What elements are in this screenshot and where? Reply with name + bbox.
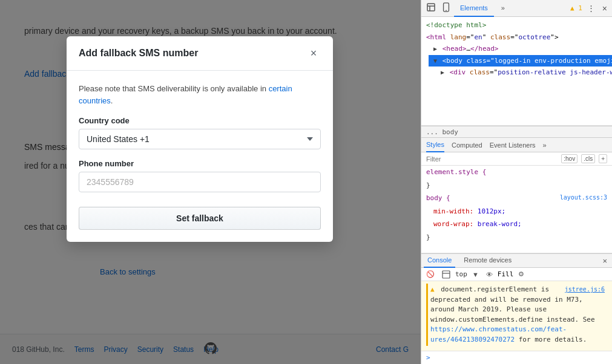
html-line-body-close[interactable] xyxy=(436,79,612,80)
console-gear-button[interactable]: ⚙ xyxy=(516,269,527,279)
modal-note: Please note that SMS deliverability is o… xyxy=(79,83,321,106)
country-code-group: Country code United States +1 United Kin… xyxy=(79,116,321,149)
modal-title: Add fallback SMS number xyxy=(79,48,198,59)
console-input[interactable] xyxy=(433,354,607,362)
element-style-close: } xyxy=(421,179,612,192)
console-content: ▲ jstree.js:6 document.registerElement i… xyxy=(421,281,612,351)
body-word-wrap: word-wrap: break-word; xyxy=(429,218,612,231)
svg-rect-0 xyxy=(427,4,435,11)
element-style-rule: element.style { xyxy=(421,166,612,179)
phone-number-group: Phone number xyxy=(79,159,321,192)
html-line-head[interactable]: ▶ <head>…</head> xyxy=(429,43,612,55)
devtools-close-button[interactable]: × xyxy=(600,2,610,15)
devtools-icon-panel[interactable] xyxy=(439,269,453,280)
tab-elements[interactable]: Elements xyxy=(454,0,494,17)
console-warning-message: ▲ jstree.js:6 document.registerElement i… xyxy=(426,284,607,346)
warning-text-2: for more details. xyxy=(519,336,587,343)
breadcrumb-text: ... body xyxy=(426,128,458,136)
console-fill-label: Fill xyxy=(498,270,514,278)
devtools-menu-button[interactable]: ⋮ xyxy=(585,2,597,14)
warning-file-link[interactable]: jstree.js:6 xyxy=(565,285,605,294)
devtools-inspect-icon[interactable] xyxy=(424,1,438,15)
add-style-button[interactable]: + xyxy=(599,154,607,163)
html-line-div[interactable]: ▶ <div class="position-relative js-heade… xyxy=(436,67,612,79)
console-toolbar: 🚫 top ▼ 👁 Fill ⚙ xyxy=(421,268,612,281)
styles-filter-input[interactable] xyxy=(426,155,558,163)
country-code-select[interactable]: United States +1 United Kingdom +44 Cana… xyxy=(79,129,321,149)
styles-panel: element.style { } body { layout.scss:3 m… xyxy=(421,166,612,253)
devtools-top-tabs: Elements » ▲ 1 ⋮ × xyxy=(421,0,612,17)
svg-rect-5 xyxy=(443,271,450,278)
warning-count: ▲ 1 xyxy=(570,4,582,12)
modal-body: Please note that SMS deliverability is o… xyxy=(67,71,333,242)
devtools-html-tree: <!doctype html> <html lang="en" class="o… xyxy=(421,17,612,126)
tab-remote-devices[interactable]: Remote devices xyxy=(460,253,515,268)
add-fallback-modal: Add fallback SMS number × Please note th… xyxy=(67,36,333,242)
modal-note-text: Please note that SMS deliverability is o… xyxy=(79,84,269,93)
hov-button[interactable]: :hov xyxy=(561,154,577,163)
devtools-tab-icons: ▲ 1 ⋮ × xyxy=(570,2,610,15)
console-eye-button[interactable]: 👁 xyxy=(484,270,495,279)
tab-computed[interactable]: Computed xyxy=(452,138,482,152)
tab-more[interactable]: » xyxy=(495,0,511,17)
styles-tabs-bar: Styles Computed Event Listeners » xyxy=(421,138,612,152)
html-line-doctype[interactable]: <!doctype html> xyxy=(421,19,612,31)
body-style-close: } xyxy=(421,231,612,244)
cls-button[interactable]: .cls xyxy=(581,154,595,163)
tab-console[interactable]: Console xyxy=(424,253,455,268)
tab-event-listeners[interactable]: Event Listeners xyxy=(490,138,536,152)
phone-number-input[interactable] xyxy=(79,172,321,192)
body-style-rule: body { layout.scss:3 xyxy=(421,192,612,205)
console-top-label: top xyxy=(455,270,467,278)
country-code-label: Country code xyxy=(79,116,321,125)
doctype-text: <!doctype html> xyxy=(426,21,486,29)
tab-elements-label: Elements xyxy=(460,4,488,11)
breadcrumb-bar: ... body xyxy=(421,126,612,138)
modal-note-period: . xyxy=(111,96,113,105)
modal-header: Add fallback SMS number × xyxy=(67,36,333,71)
tab-styles[interactable]: Styles xyxy=(426,138,444,152)
svg-point-4 xyxy=(446,10,447,11)
console-dropdown-button[interactable]: ▼ xyxy=(470,270,481,279)
body-min-width: min-width: 1012px; xyxy=(429,205,612,218)
devtools-panel: Elements » ▲ 1 ⋮ × <!doctype html> <html… xyxy=(421,0,612,364)
devtools-mobile-icon[interactable] xyxy=(439,1,453,15)
set-fallback-button[interactable]: Set fallback xyxy=(79,207,321,230)
console-close-button[interactable]: × xyxy=(600,255,610,267)
filter-bar: :hov .cls + xyxy=(421,152,612,166)
console-tabs-bar: Console Remote devices × xyxy=(421,253,612,268)
tab-styles-more[interactable]: » xyxy=(543,138,547,152)
modal-close-button[interactable]: × xyxy=(306,46,321,60)
console-input-row: > xyxy=(421,351,612,364)
warning-icon: ▲ xyxy=(430,285,435,293)
phone-number-label: Phone number xyxy=(79,159,321,168)
console-prompt: > xyxy=(426,354,430,362)
html-line-body-selected[interactable]: ▼ <body class="logged-in env-production … xyxy=(429,55,612,67)
clear-console-button[interactable]: 🚫 xyxy=(424,269,437,279)
html-line-html[interactable]: <html lang="en" class="octotree"> xyxy=(421,31,612,44)
